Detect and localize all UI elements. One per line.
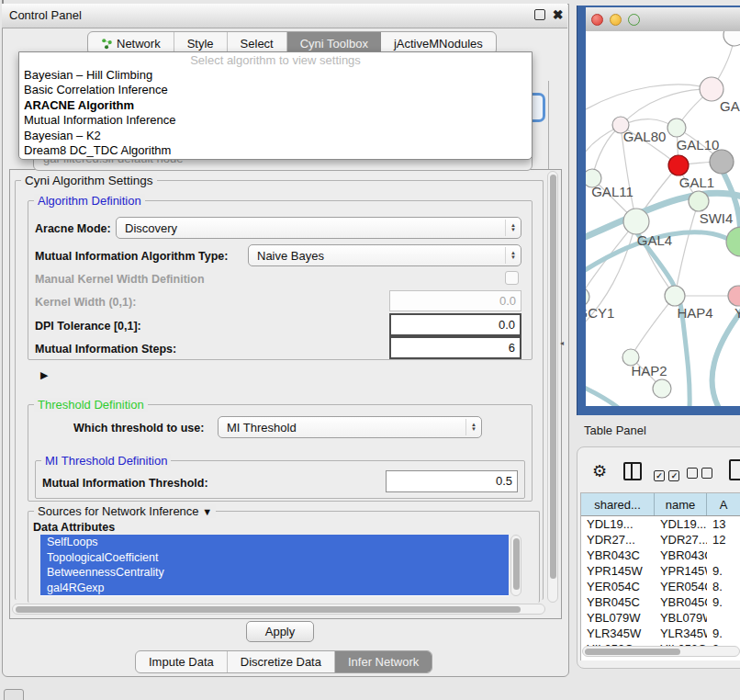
settings-vertical-scrollbar[interactable] xyxy=(547,171,558,603)
combo-stepper-icon: ▲▼ xyxy=(465,419,481,435)
kernel-width-input[interactable]: 0.0 xyxy=(389,290,521,311)
select-all-columns-icon[interactable]: ✓ ✓ xyxy=(654,466,679,482)
network-edge[interactable] xyxy=(675,201,699,296)
mi-threshold-input[interactable]: 0.5 xyxy=(386,470,518,492)
node-table[interactable]: shared...nameA YDL19...YDL19...13YDR27..… xyxy=(580,492,740,660)
mi-type-label: Mutual Information Algorithm Type: xyxy=(35,250,228,263)
table-row[interactable]: YPR145WYPR145W9. xyxy=(581,563,740,579)
table-body[interactable]: YDL19...YDL19...13YDR27...YDR27...12YBR0… xyxy=(581,516,740,657)
tab-label: Style xyxy=(187,37,214,51)
manual-kernel-checkbox[interactable] xyxy=(505,271,519,285)
deselect-all-columns-icon[interactable] xyxy=(687,466,712,482)
table-header-row[interactable]: shared...nameA xyxy=(581,493,740,516)
table-cell: 9. xyxy=(707,594,740,610)
kernel-width-label: Kernel Width (0,1): xyxy=(35,296,136,309)
dropdown-item-basic-correlation-inference[interactable]: Basic Correlation Inference xyxy=(19,83,532,97)
column-header-name[interactable]: name xyxy=(655,493,707,515)
network-node-gcy1[interactable] xyxy=(586,288,589,306)
table-row[interactable]: YLR345WYLR345W9. xyxy=(581,626,740,641)
focused-combo-fragment xyxy=(531,93,545,122)
dropdown-item-aracne-algorithm[interactable]: ARACNE Algorithm xyxy=(19,98,532,113)
network-node-hap4[interactable] xyxy=(665,286,685,306)
table-cell: 13 xyxy=(707,516,740,532)
collapsed-panel-button[interactable] xyxy=(4,689,24,700)
minimize-window-icon[interactable] xyxy=(610,14,622,26)
network-edge[interactable] xyxy=(621,89,712,126)
attribute-item-gal4rgexp[interactable]: gal4RGexp xyxy=(40,581,509,596)
column-header-a[interactable]: A xyxy=(707,493,740,515)
combo-stepper-icon: ▲▼ xyxy=(505,220,521,236)
attribute-item-selfloops[interactable]: SelfLoops xyxy=(40,535,509,550)
network-edge-highlighted[interactable] xyxy=(712,310,740,406)
tab-infer-network[interactable]: Infer Network xyxy=(335,651,432,672)
apply-button[interactable]: Apply xyxy=(246,621,314,642)
tab-discretize-data[interactable]: Discretize Data xyxy=(228,651,335,672)
dpi-tolerance-input[interactable]: 0.0 xyxy=(389,313,521,336)
network-node[interactable] xyxy=(710,150,734,174)
attribute-item-topologicalcoefficient[interactable]: TopologicalCoefficient xyxy=(40,550,509,566)
close-panel-icon[interactable]: ✖ xyxy=(552,9,564,21)
dropdown-item-bayesian-k2[interactable]: Bayesian – K2 xyxy=(19,129,532,143)
divider-grip-icon[interactable]: ◂ xyxy=(560,339,564,347)
table-cell: YBR045C xyxy=(655,594,707,610)
node-label-gcy1: GCY1 xyxy=(586,305,614,321)
network-node-gal10[interactable] xyxy=(667,119,686,137)
node-label-gal1: GAL1 xyxy=(679,175,714,190)
node-label-gal: GAL xyxy=(720,98,740,114)
node-label-hap2: HAP2 xyxy=(631,363,667,378)
chevron-down-icon[interactable]: ▼ xyxy=(202,506,212,517)
network-node-y[interactable] xyxy=(728,286,740,306)
dropdown-item-bayesian-hill-climbing[interactable]: Bayesian – Hill Climbing xyxy=(19,68,532,83)
table-row[interactable]: YBL079WYBL079W xyxy=(581,610,740,626)
bottom-tab-bar: Impute DataDiscretize DataInfer Network xyxy=(135,650,432,673)
table-cell: 9. xyxy=(707,563,740,579)
network-edge[interactable] xyxy=(631,296,675,357)
gear-icon[interactable]: ⚙ xyxy=(592,461,607,481)
table-cell: YPR145W xyxy=(581,563,655,579)
network-node-gal1[interactable] xyxy=(668,155,689,175)
column-header-shared-[interactable]: shared... xyxy=(581,493,655,515)
table-cell: YER054C xyxy=(581,579,655,594)
sources-group-title: Sources for Network Inference ▼ xyxy=(34,504,216,518)
which-threshold-combo[interactable]: MI Threshold ▲▼ xyxy=(218,416,482,438)
network-node[interactable] xyxy=(726,227,740,256)
mi-steps-input[interactable]: 6 xyxy=(389,336,521,359)
document-icon[interactable] xyxy=(729,459,740,480)
network-canvas[interactable]: GALGAL80GAL10GAL1GAL11SWI4GAL4GCY1HAP4YH… xyxy=(586,31,740,406)
aracne-mode-combo[interactable]: Discovery ▲▼ xyxy=(116,217,521,239)
tab-label: jActiveMNodules xyxy=(394,37,483,51)
close-window-icon[interactable] xyxy=(591,14,603,26)
attributes-scrollbar[interactable] xyxy=(510,535,521,596)
network-node-gal4[interactable] xyxy=(623,209,649,234)
dropdown-item-mutual-information-inference[interactable]: Mutual Information Inference xyxy=(19,113,532,128)
table-cell: YDL19... xyxy=(581,516,655,532)
table-row[interactable]: YBR043CYBR043C xyxy=(581,548,740,563)
table-row[interactable]: YDL19...YDL19...13 xyxy=(581,516,740,532)
network-node-swi4[interactable] xyxy=(689,191,709,211)
float-panel-icon[interactable] xyxy=(534,9,545,20)
attribute-item-betweennesscentrality[interactable]: BetweennessCentrality xyxy=(40,565,509,581)
columns-layout-icon[interactable] xyxy=(623,462,642,480)
network-window-titlebar[interactable] xyxy=(586,7,740,32)
zoom-window-icon[interactable] xyxy=(628,14,640,26)
table-row[interactable]: YDR27...YDR27...12 xyxy=(581,532,740,548)
dropdown-item-dream8-dc-tdc-algorithm[interactable]: Dream8 DC_TDC Algorithm xyxy=(19,143,532,158)
mi-type-combo[interactable]: Naive Bayes ▲▼ xyxy=(248,244,521,266)
table-row[interactable]: YBR045CYBR045C9. xyxy=(581,594,740,610)
mi-threshold-label: Mutual Information Threshold: xyxy=(42,477,208,490)
tab-label: Infer Network xyxy=(348,655,419,669)
network-edge[interactable] xyxy=(586,126,621,167)
network-edge-highlighted[interactable] xyxy=(586,384,621,406)
network-node[interactable] xyxy=(723,31,740,46)
table-horizontal-scrollbar[interactable] xyxy=(582,646,740,657)
data-attributes-list[interactable]: SelfLoopsTopologicalCoefficientBetweenne… xyxy=(40,535,509,596)
tab-impute-data[interactable]: Impute Data xyxy=(136,651,228,672)
settings-horizontal-scrollbar[interactable] xyxy=(12,604,545,615)
hub-definition-toggle[interactable]: ▶ xyxy=(33,367,48,381)
which-threshold-value: MI Threshold xyxy=(219,421,465,435)
node-label-gal10: GAL10 xyxy=(677,137,720,152)
table-row[interactable]: YER054CYER054C8. xyxy=(581,579,740,594)
node-label-gal11: GAL11 xyxy=(591,184,633,199)
network-edge[interactable] xyxy=(586,85,712,115)
network-node[interactable] xyxy=(653,379,671,398)
